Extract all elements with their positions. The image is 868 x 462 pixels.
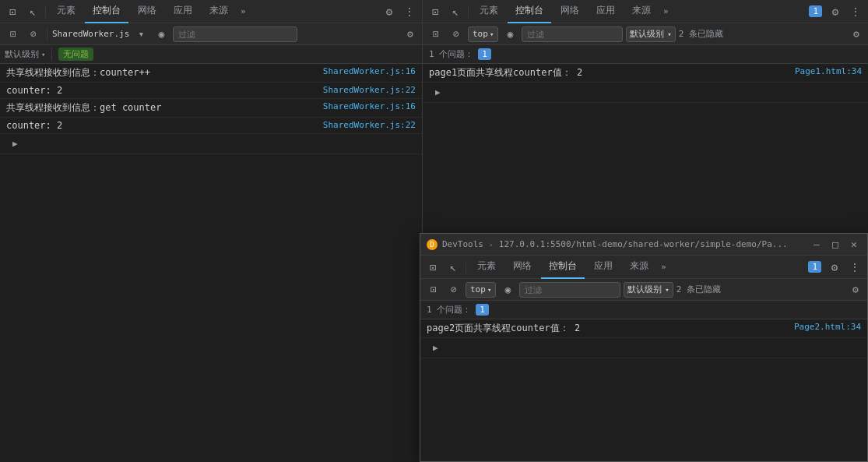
right-level-dropdown[interactable]: 默认级别 ▾ — [626, 26, 675, 42]
window-controls: — □ ✕ — [810, 238, 861, 252]
right-tab-elements[interactable]: 元素 — [472, 0, 506, 23]
tab-application[interactable]: 应用 — [166, 0, 200, 23]
right-level-chevron-icon: ▾ — [667, 30, 671, 38]
window-titlebar: D DevTools - 127.0.0.1:5500/html-demo/sh… — [420, 234, 867, 256]
overlay-ban-icon[interactable]: ⊘ — [445, 281, 462, 298]
console-row-4: counter: 2 SharedWorker.js:22 — [0, 118, 422, 134]
overlay-prompt-arrow-icon[interactable]: ▶ — [427, 341, 445, 354]
overlay-filter-input[interactable] — [519, 282, 620, 298]
eye-icon[interactable]: ◉ — [153, 26, 170, 43]
right-ban-icon[interactable]: ⊘ — [448, 26, 465, 43]
right-more-tabs-button[interactable]: » — [660, 6, 672, 16]
overlay-nav-bar: ⊡ ↖ 元素 网络 控制台 应用 来源 » 1 ⚙ ⋮ — [420, 256, 867, 279]
overlay-inspect-icon[interactable]: ⊡ — [423, 258, 442, 277]
context-chevron-icon: ▾ — [490, 30, 494, 38]
right-tab-console[interactable]: 控制台 — [508, 0, 551, 23]
overlay-settings-icon[interactable]: ⚙ — [825, 258, 844, 277]
right-issues-bar: 1 个问题： 1 — [423, 45, 868, 64]
right-prompt-arrow-icon[interactable]: ▶ — [429, 86, 447, 99]
toolbar-gear-icon[interactable]: ⚙ — [403, 27, 417, 41]
tab-elements[interactable]: 元素 — [49, 0, 83, 23]
overlay-toolbar: ⊡ ⊘ top ▾ ◉ 默认级别 ▾ 2 条已隐藏 ⚙ — [420, 279, 867, 301]
right-console-row-1: page1页面共享线程counter值： 2 Page1.html:34 — [423, 64, 868, 83]
overlay-prompt-row[interactable]: ▶ — [420, 338, 867, 358]
overlay-toolbar-gear-icon[interactable]: ⚙ — [849, 283, 863, 297]
filter-input[interactable] — [173, 26, 297, 42]
more-tabs-button[interactable]: » — [237, 6, 249, 16]
overlay-issues-label: 1 个问题： — [427, 304, 471, 316]
console-message-3: 共享线程接收到信息：get counter — [6, 101, 317, 115]
right-tab-sources[interactable]: 来源 — [624, 0, 659, 23]
overlay-console-content[interactable]: page2页面共享线程counter值： 2 Page2.html:34 ▶ — [420, 319, 867, 461]
overlay-tab-console[interactable]: 控制台 — [541, 256, 585, 279]
restore-button[interactable]: □ — [828, 238, 842, 252]
clear-console-icon[interactable]: ⊡ — [5, 26, 22, 43]
console-link-3[interactable]: SharedWorker.js:16 — [323, 101, 416, 111]
right-eye-icon[interactable]: ◉ — [501, 26, 518, 43]
right-inspect-icon[interactable]: ⊡ — [426, 2, 445, 21]
overlay-more-options-icon[interactable]: ⋮ — [845, 258, 864, 277]
ban-icon[interactable]: ⊘ — [25, 26, 42, 43]
tab-network[interactable]: 网络 — [130, 0, 164, 23]
console-link-4[interactable]: SharedWorker.js:22 — [323, 120, 416, 130]
overlay-level-dropdown[interactable]: 默认级别 ▾ — [624, 282, 673, 298]
inspect-icon[interactable]: ⊡ — [3, 2, 22, 21]
context-chevron-icon[interactable]: ▾ — [132, 26, 149, 43]
favicon-text: D — [430, 241, 434, 249]
console-row-1: 共享线程接收到信息：counter++ SharedWorker.js:16 — [0, 64, 422, 83]
left-console-content[interactable]: 共享线程接收到信息：counter++ SharedWorker.js:16 c… — [0, 64, 422, 462]
close-button[interactable]: ✕ — [847, 238, 861, 252]
overlay-devtools-window: D DevTools - 127.0.0.1:5500/html-demo/sh… — [420, 233, 868, 462]
overlay-context-dropdown[interactable]: top ▾ — [466, 282, 496, 298]
right-cursor-icon[interactable]: ↖ — [446, 2, 465, 21]
console-prompt-row[interactable]: ▶ — [0, 134, 422, 154]
right-more-options-icon[interactable]: ⋮ — [846, 2, 865, 21]
level-dropdown[interactable]: 默认级别 ▾ — [5, 48, 45, 60]
overlay-cursor-icon[interactable]: ↖ — [444, 258, 462, 277]
console-message-2: counter: 2 — [6, 85, 317, 96]
overlay-issues-badge: 1 — [476, 304, 489, 316]
right-toolbar: ⊡ ⊘ top ▾ ◉ 默认级别 ▾ 2 条已隐藏 ⚙ — [423, 23, 868, 45]
right-tab-network[interactable]: 网络 — [553, 0, 587, 23]
overlay-clear-icon[interactable]: ⊡ — [425, 281, 442, 298]
overlay-console-message-1: page2页面共享线程counter值： 2 — [427, 322, 788, 335]
overlay-tab-network[interactable]: 网络 — [505, 256, 539, 279]
console-row-3: 共享线程接收到信息：get counter SharedWorker.js:16 — [0, 99, 422, 118]
right-clear-console-icon[interactable]: ⊡ — [427, 26, 445, 43]
console-link-1[interactable]: SharedWorker.js:16 — [323, 66, 416, 76]
overlay-console-link-1[interactable]: Page2.html:34 — [794, 322, 861, 332]
level-chevron-icon: ▾ — [41, 51, 45, 58]
overlay-more-tabs-button[interactable]: » — [658, 262, 669, 272]
overlay-tab-application[interactable]: 应用 — [586, 256, 620, 279]
console-message-4: counter: 2 — [6, 120, 317, 131]
tab-console[interactable]: 控制台 — [85, 0, 128, 23]
overlay-nav-badge: 1 — [808, 261, 821, 273]
window-favicon: D — [427, 239, 438, 250]
right-prompt-row[interactable]: ▶ — [423, 83, 868, 103]
overlay-eye-icon[interactable]: ◉ — [499, 281, 516, 298]
console-link-2[interactable]: SharedWorker.js:22 — [323, 85, 416, 95]
left-nav-bar: ⊡ ↖ 元素 控制台 网络 应用 来源 » ⚙ ⋮ — [0, 0, 422, 23]
filter-divider — [51, 48, 52, 61]
context-dropdown[interactable]: top ▾ — [468, 26, 498, 42]
overlay-level-chevron-icon: ▾ — [665, 286, 669, 294]
tab-sources[interactable]: 来源 — [202, 0, 236, 23]
worker-context-label: SharedWorker.js — [52, 29, 129, 39]
cursor-icon[interactable]: ↖ — [23, 2, 42, 21]
more-options-icon[interactable]: ⋮ — [400, 2, 419, 21]
right-toolbar-gear-icon[interactable]: ⚙ — [849, 27, 863, 41]
overlay-console-row-1: page2页面共享线程counter值： 2 Page2.html:34 — [420, 319, 867, 338]
right-filter-input[interactable] — [522, 26, 623, 42]
overlay-level-label: 默认级别 — [627, 284, 662, 295]
console-row-2: counter: 2 SharedWorker.js:22 — [0, 83, 422, 99]
overlay-context-value: top — [470, 284, 486, 294]
overlay-tab-elements[interactable]: 元素 — [469, 256, 504, 279]
prompt-arrow-icon[interactable]: ▶ — [6, 137, 24, 150]
hidden-count-label: 2 条已隐藏 — [679, 28, 723, 40]
minimize-button[interactable]: — — [810, 238, 824, 252]
right-tab-application[interactable]: 应用 — [589, 0, 623, 23]
right-settings-icon[interactable]: ⚙ — [826, 2, 845, 21]
right-console-link-1[interactable]: Page1.html:34 — [795, 66, 862, 76]
settings-icon[interactable]: ⚙ — [380, 2, 399, 21]
overlay-tab-sources[interactable]: 来源 — [622, 256, 656, 279]
